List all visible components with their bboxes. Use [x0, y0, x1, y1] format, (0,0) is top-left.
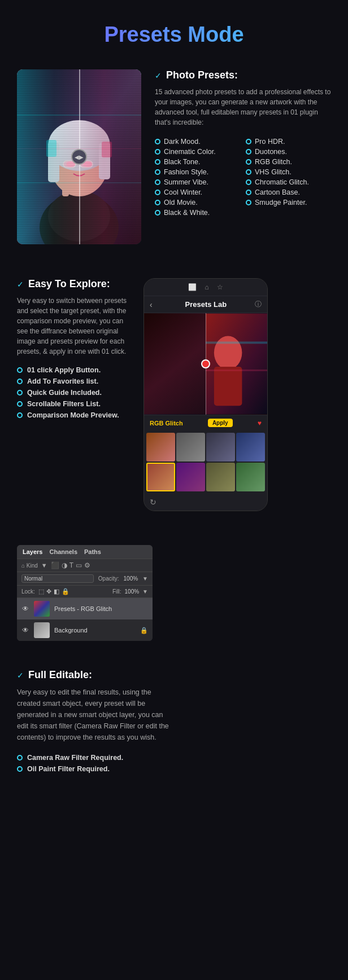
- layer-eye-icon[interactable]: 👁: [21, 605, 29, 613]
- svg-rect-26: [206, 341, 267, 344]
- presets-info: ✓ Photo Presets: 15 advanced photo prese…: [155, 69, 331, 218]
- smart-icon[interactable]: ⚙: [84, 561, 90, 569]
- lock-artboard-icon[interactable]: ◧: [54, 588, 59, 595]
- preset-dot: [246, 159, 251, 165]
- svg-rect-25: [214, 367, 242, 406]
- phone-mockup: ⬜ ⌂ ☆ ‹ Presets Lab ⓘ: [143, 278, 268, 511]
- lock-icon: 🔒: [140, 627, 148, 634]
- lock-icons: ⬚ ✥ ◧ 🔒: [38, 588, 69, 595]
- title-section: Presets Mode: [0, 0, 348, 58]
- explore-left: ✓ Easy To Explore: Very easy to switch b…: [17, 278, 130, 421]
- filter-icon: ▼: [41, 562, 47, 569]
- editable-list: Camera Raw Filter Required. Oil Paint Fi…: [17, 752, 331, 775]
- info-icon[interactable]: ⓘ: [255, 300, 262, 309]
- presets-heading: Photo Presets:: [166, 69, 238, 81]
- nav-title: Presets Lab: [157, 300, 255, 309]
- phone-handle[interactable]: [201, 359, 210, 368]
- thumbnail[interactable]: [176, 433, 205, 462]
- blend-mode-select[interactable]: Normal: [21, 574, 94, 583]
- list-item: Smudge Painter.: [246, 197, 331, 208]
- list-item: Black Tone.: [155, 157, 240, 167]
- layer-thumbnail: [34, 622, 50, 638]
- list-item: Pro HDR.: [246, 137, 331, 147]
- presets-grid: Dark Mood. Cinematic Color. Black Tone. …: [155, 137, 331, 218]
- lock-position-icon[interactable]: ✥: [46, 588, 51, 595]
- tab-paths[interactable]: Paths: [84, 548, 101, 555]
- explore-section: ✓ Easy To Explore: Very easy to switch b…: [0, 267, 348, 534]
- list-item: Duotones.: [246, 147, 331, 157]
- thumbnail[interactable]: [206, 463, 235, 491]
- layers-section: Layers Channels Paths ⌂ Kind ▼ ⬛ ◑ T ▭ ⚙…: [0, 534, 348, 658]
- section-label: ✓ Full Editable:: [17, 669, 331, 681]
- list-item: Cool Winter.: [155, 187, 240, 197]
- list-item: Dark Mood.: [155, 137, 240, 147]
- kind-label: ⌂ Kind: [21, 562, 38, 569]
- feature-dot: [17, 379, 23, 384]
- phone-refresh-bar: ↻: [144, 494, 267, 511]
- preset-dot: [155, 200, 160, 205]
- list-item: VHS Glitch.: [246, 167, 331, 177]
- phone-nav-bar: ‹ Presets Lab ⓘ: [144, 296, 267, 313]
- preset-dot: [155, 149, 160, 155]
- fill-label: Fill:: [112, 588, 121, 595]
- feature-dot: [17, 412, 23, 418]
- lock-row: Lock: ⬚ ✥ ◧ 🔒 Fill: 100% ▼: [17, 586, 153, 598]
- apply-button[interactable]: Apply: [208, 419, 233, 427]
- thumbnail[interactable]: [236, 433, 265, 462]
- preset-dot: [155, 210, 160, 216]
- fill-value: 100%: [125, 588, 140, 595]
- list-item: Quick Guide Included.: [17, 387, 130, 398]
- tab-layers[interactable]: Layers: [23, 548, 42, 555]
- heart-icon[interactable]: ♥: [258, 419, 262, 427]
- feature-dot: [17, 367, 23, 373]
- phone-icon-2: ⌂: [205, 283, 208, 291]
- pixel-icon[interactable]: ⬛: [51, 561, 59, 569]
- shape-icon[interactable]: ▭: [76, 561, 82, 569]
- layer-item-rgb[interactable]: 👁 Presets - RGB Glitch: [17, 598, 153, 619]
- lock-pixels-icon[interactable]: ⬚: [38, 588, 44, 595]
- feature-list: 01 click Apply Button. Add To Favorites …: [17, 364, 130, 421]
- editable-description: Very easy to edit the final results, usi…: [17, 687, 175, 743]
- feature-dot: [17, 401, 23, 407]
- layer-eye-icon[interactable]: 👁: [21, 626, 29, 634]
- preset-dot: [246, 169, 251, 175]
- thumbnail[interactable]: [176, 463, 205, 491]
- list-item: Oil Paint Filter Required.: [17, 763, 331, 775]
- svg-point-24: [214, 336, 242, 369]
- thumbnail[interactable]: [206, 433, 235, 462]
- presets-left-col: Dark Mood. Cinematic Color. Black Tone. …: [155, 137, 240, 218]
- phone-label-bar: RGB Glitch Apply ♥: [144, 415, 267, 430]
- presets-description: 15 advanced photo presets to add a profe…: [155, 87, 331, 128]
- list-item: Fashion Style.: [155, 167, 240, 177]
- list-item: Scrollable Filters List.: [17, 398, 130, 410]
- page-title: Presets Mode: [11, 23, 337, 47]
- editable-dot: [17, 755, 23, 761]
- phone-icon-3: ☆: [217, 283, 223, 291]
- toolbar-icons: ⬛ ◑ T ▭ ⚙: [51, 561, 90, 569]
- type-icon[interactable]: T: [69, 561, 73, 569]
- adjustment-icon[interactable]: ◑: [62, 561, 67, 569]
- lock-all-icon[interactable]: 🔒: [62, 588, 69, 595]
- thumbnail-selected[interactable]: [146, 463, 175, 491]
- layers-panel: Layers Channels Paths ⌂ Kind ▼ ⬛ ◑ T ▭ ⚙…: [17, 545, 153, 641]
- thumbnail[interactable]: [236, 463, 265, 491]
- preset-dot: [155, 159, 160, 165]
- presets-right-col: Pro HDR. Duotones. RGB Glitch. VHS Glitc…: [246, 137, 331, 218]
- comparison-handle[interactable]: ◀▶: [71, 149, 87, 165]
- refresh-icon[interactable]: ↻: [150, 498, 156, 507]
- layers-toolbar: ⌂ Kind ▼ ⬛ ◑ T ▭ ⚙: [17, 559, 153, 572]
- layer-name: Background: [54, 627, 136, 634]
- list-item: RGB Glitch.: [246, 157, 331, 167]
- layer-item-bg[interactable]: 👁 Background 🔒: [17, 619, 153, 641]
- thumbnail[interactable]: [146, 433, 175, 462]
- tab-channels[interactable]: Channels: [49, 548, 77, 555]
- preset-dot: [155, 139, 160, 144]
- blend-mode-row: Normal Opacity: 100% ▼: [17, 572, 153, 586]
- list-item: Camera Raw Filter Required.: [17, 752, 331, 763]
- list-item: Cartoon Base.: [246, 187, 331, 197]
- check-icon: ✓: [17, 280, 24, 289]
- feature-dot: [17, 390, 23, 395]
- back-arrow-icon[interactable]: ‹: [150, 300, 153, 309]
- editable-heading: Full Editable:: [28, 669, 92, 681]
- presets-section: ◀▶ ✓ Photo Presets: 15 advanced photo pr…: [0, 58, 348, 267]
